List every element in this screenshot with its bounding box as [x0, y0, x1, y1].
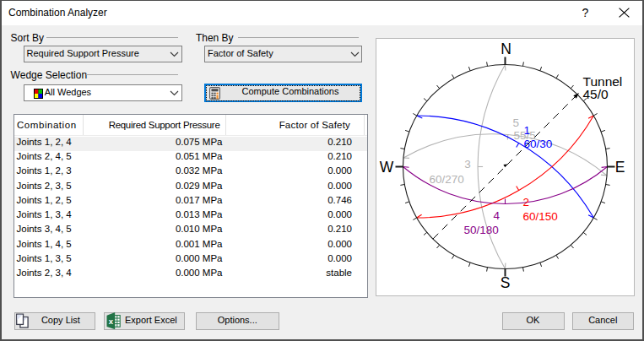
- svg-text:W: W: [379, 159, 393, 176]
- svg-text:5: 5: [512, 116, 519, 128]
- svg-text:1: 1: [523, 123, 530, 136]
- svg-text:60/270: 60/270: [429, 173, 463, 186]
- svg-text:2: 2: [522, 196, 529, 208]
- svg-text:3: 3: [464, 157, 471, 170]
- svg-text:N: N: [501, 41, 511, 57]
- svg-text:x: x: [108, 317, 113, 326]
- svg-text:60/150: 60/150: [522, 210, 557, 223]
- svg-text:S: S: [500, 274, 510, 291]
- svg-text:4: 4: [493, 208, 500, 221]
- svg-text:50/180: 50/180: [463, 224, 498, 236]
- svg-text:E: E: [614, 159, 625, 176]
